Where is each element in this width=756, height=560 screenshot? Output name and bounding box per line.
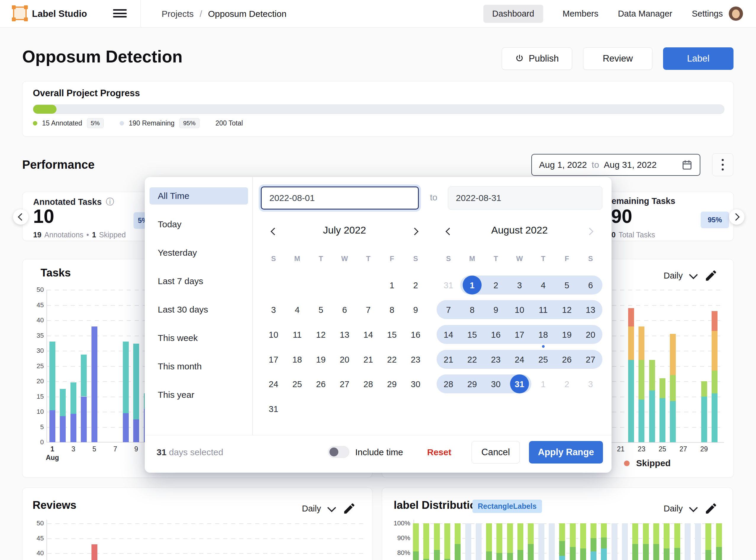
nav-item-dashboard[interactable]: Dashboard — [483, 5, 543, 23]
preset-yesterday[interactable]: Yesterday — [150, 244, 248, 261]
calendar-next-icon[interactable] — [409, 225, 422, 238]
preset-this-week[interactable]: This week — [150, 329, 248, 346]
calendar-day[interactable]: 14 — [356, 330, 380, 340]
preset-today[interactable]: Today — [150, 216, 248, 233]
calendar-day[interactable]: 5 — [555, 281, 579, 291]
calendar-day[interactable]: 14 — [437, 330, 460, 340]
publish-button[interactable]: Publish — [502, 47, 572, 70]
calendar-day[interactable]: 27 — [333, 379, 356, 389]
carousel-prev-button[interactable] — [13, 209, 28, 225]
range-start-input[interactable]: 2022-08-01 — [261, 186, 419, 209]
calendar-day[interactable]: 18 — [285, 355, 309, 365]
calendar-day[interactable]: 22 — [460, 355, 484, 365]
calendar-day[interactable]: 24 — [262, 379, 285, 389]
calendar-day[interactable]: 17 — [262, 355, 285, 365]
edit-pencil-icon[interactable] — [342, 502, 356, 515]
calendar-day[interactable]: 22 — [380, 355, 404, 365]
preset-last-30-days[interactable]: Last 30 days — [150, 301, 248, 318]
edit-pencil-icon[interactable] — [704, 269, 718, 282]
calendar-day[interactable]: 31 — [437, 281, 460, 291]
calendar-day[interactable]: 25 — [531, 355, 555, 365]
calendar-day[interactable]: 15 — [380, 330, 404, 340]
review-button[interactable]: Review — [583, 47, 652, 70]
calendar-day[interactable]: 26 — [555, 355, 579, 365]
calendar-prev-icon[interactable] — [442, 225, 455, 238]
calendar-day[interactable]: 13 — [579, 305, 602, 315]
calendar-day[interactable]: 28 — [437, 379, 460, 389]
nav-item-members[interactable]: Members — [563, 9, 598, 19]
calendar-day[interactable]: 23 — [484, 355, 508, 365]
calendar-day[interactable]: 16 — [404, 330, 427, 340]
calendar-day[interactable]: 8 — [460, 305, 484, 315]
calendar-day[interactable]: 25 — [285, 379, 309, 389]
preset-last-7-days[interactable]: Last 7 days — [150, 273, 248, 290]
calendar-day[interactable]: 6 — [333, 305, 356, 315]
menu-icon[interactable] — [113, 9, 127, 18]
calendar-day[interactable]: 20 — [333, 355, 356, 365]
calendar-day[interactable]: 31 — [262, 404, 285, 414]
calendar-day[interactable]: 17 — [508, 330, 531, 340]
calendar-day[interactable]: 6 — [579, 281, 602, 291]
calendar-day[interactable]: 3 — [262, 305, 285, 315]
calendar-day[interactable]: 3 — [508, 281, 531, 291]
user-avatar[interactable] — [729, 6, 743, 21]
calendar-day[interactable]: 19 — [309, 355, 333, 365]
preset-all-time[interactable]: All Time — [150, 187, 248, 204]
calendar-day[interactable]: 28 — [356, 379, 380, 389]
calendar-day[interactable]: 18 — [531, 330, 555, 340]
calendar-day[interactable]: 21 — [356, 355, 380, 365]
calendar-day[interactable]: 13 — [333, 330, 356, 340]
calendar-day[interactable]: 9 — [404, 305, 427, 315]
cancel-button[interactable]: Cancel — [472, 441, 520, 463]
calendar-day[interactable]: 24 — [508, 355, 531, 365]
label-button[interactable]: Label — [663, 47, 734, 70]
calendar-day[interactable]: 2 — [555, 379, 579, 389]
calendar-day[interactable]: 27 — [579, 355, 602, 365]
more-options-button[interactable] — [712, 153, 733, 176]
interval-select[interactable]: Daily — [664, 271, 682, 281]
calendar-day[interactable]: 10 — [262, 330, 285, 340]
calendar-day[interactable]: 26 — [309, 379, 333, 389]
calendar-day[interactable]: 19 — [555, 330, 579, 340]
calendar-day[interactable]: 23 — [404, 355, 427, 365]
edit-pencil-icon[interactable] — [704, 502, 718, 515]
calendar-day[interactable]: 21 — [437, 355, 460, 365]
nav-item-data-manager[interactable]: Data Manager — [618, 9, 672, 19]
calendar-day[interactable]: 1 — [460, 281, 484, 291]
interval-select[interactable]: Daily — [302, 504, 321, 514]
calendar-day[interactable]: 29 — [460, 379, 484, 389]
calendar-day[interactable]: 12 — [309, 330, 333, 340]
interval-select[interactable]: Daily — [664, 504, 682, 514]
calendar-day[interactable]: 30 — [404, 379, 427, 389]
calendar-day[interactable]: 31 — [508, 379, 531, 389]
calendar-day[interactable]: 2 — [404, 281, 427, 291]
breadcrumb-projects[interactable]: Projects — [162, 9, 194, 19]
calendar-day[interactable]: 12 — [555, 305, 579, 315]
calendar-day[interactable]: 1 — [380, 281, 404, 291]
calendar-day[interactable]: 7 — [437, 305, 460, 315]
calendar-day[interactable]: 8 — [380, 305, 404, 315]
preset-this-month[interactable]: This month — [150, 358, 248, 375]
calendar-day[interactable]: 15 — [460, 330, 484, 340]
calendar-day[interactable]: 11 — [285, 330, 309, 340]
calendar-day[interactable]: 11 — [531, 305, 555, 315]
calendar-day[interactable]: 9 — [484, 305, 508, 315]
calendar-day[interactable]: 3 — [579, 379, 602, 389]
calendar-day[interactable]: 30 — [484, 379, 508, 389]
calendar-day[interactable]: 20 — [579, 330, 602, 340]
reset-button[interactable]: Reset — [427, 447, 452, 457]
calendar-day[interactable]: 10 — [508, 305, 531, 315]
calendar-day[interactable]: 5 — [309, 305, 333, 315]
nav-item-settings[interactable]: Settings — [692, 9, 723, 19]
calendar-day[interactable]: 4 — [531, 281, 555, 291]
calendar-prev-icon[interactable] — [267, 225, 280, 238]
calendar-day[interactable]: 2 — [484, 281, 508, 291]
info-icon[interactable]: ⓘ — [106, 196, 114, 207]
carousel-next-button[interactable] — [729, 209, 744, 225]
calendar-day[interactable]: 16 — [484, 330, 508, 340]
range-end-input[interactable]: 2022-08-31 — [448, 186, 602, 209]
calendar-day[interactable]: 4 — [285, 305, 309, 315]
calendar-day[interactable]: 1 — [531, 379, 555, 389]
calendar-day[interactable]: 29 — [380, 379, 404, 389]
apply-range-button[interactable]: Apply Range — [529, 441, 603, 463]
